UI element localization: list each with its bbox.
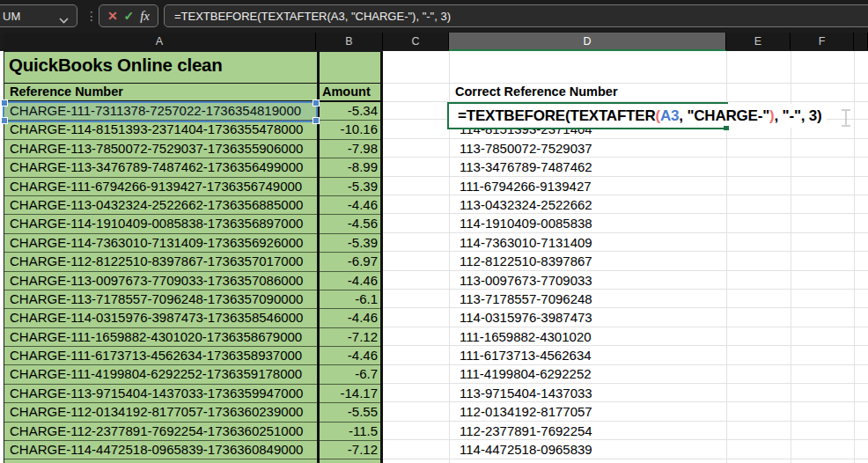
table-row[interactable]: CHARGE-113-7178557-7096248-1736357090000… xyxy=(4,290,383,309)
correct-reference-cell[interactable]: 111-1659882-4301020 xyxy=(449,327,726,346)
table-row[interactable]: CHARGE-111-1659882-4301020-1736358679000… xyxy=(4,328,383,347)
reference-number-cell[interactable]: CHARGE-112-8122510-8397867-1736357017000 xyxy=(10,253,303,270)
title-row[interactable]: QuickBooks Online clean xyxy=(4,52,383,84)
table-row[interactable]: CHARGE-114-4472518-0965839-1736360849000… xyxy=(4,441,383,459)
correct-reference-header[interactable]: Correct Reference Number xyxy=(455,83,618,102)
amount-cell[interactable]: -5.34 xyxy=(348,102,378,120)
reference-number-cell[interactable]: CHARGE-114-1910409-0085838-1736356897000 xyxy=(10,215,303,232)
table-row[interactable]: CHARGE-113-9715404-1437033-1736359947000… xyxy=(4,385,383,403)
table-row[interactable]: CHARGE-114-8151393-2371404-1736355478000… xyxy=(4,121,383,139)
column-header-b[interactable]: B xyxy=(316,33,383,50)
amount-cell[interactable]: -7.98 xyxy=(348,140,378,158)
selection-handle[interactable] xyxy=(313,117,320,124)
fill-handle[interactable] xyxy=(724,126,729,130)
reference-number-cell[interactable]: CHARGE-111-6794266-9139427-1736356749000 xyxy=(10,178,302,195)
reference-number-cell[interactable]: CHARGE-113-3476789-7487462-1736356499000 xyxy=(10,158,303,176)
referenced-cell-a3-outline[interactable] xyxy=(3,101,318,123)
reference-number-cell[interactable]: CHARGE-114-4472518-0965839-1736360849000 xyxy=(10,441,303,459)
correct-reference-cell[interactable]: 112-0134192-8177057 xyxy=(449,402,726,421)
correct-reference-cell[interactable]: 113-7850072-7529037 xyxy=(449,139,726,158)
table-right-border xyxy=(380,52,383,463)
column-header-c[interactable]: C xyxy=(383,33,449,50)
amount-cell[interactable]: -14.17 xyxy=(340,385,378,402)
reference-number-cell[interactable]: CHARGE-111-6173713-4562634-1736358937000 xyxy=(10,347,302,364)
reference-number-cell[interactable]: CHARGE-113-7850072-7529037-1736355906000 xyxy=(10,140,303,158)
column-headers: A B C D E F xyxy=(0,33,868,52)
formula-bar-chrome: UM ⋮ ✕ ✓ fx =TEXTBEFORE(TEXTAFTER(A3, "C… xyxy=(0,0,868,33)
amount-cell[interactable]: -4.46 xyxy=(348,196,378,214)
selection-handle[interactable] xyxy=(1,99,8,107)
correct-reference-cell[interactable]: 112-8122510-8397867 xyxy=(449,252,726,270)
correct-reference-cell[interactable]: 111-6794266-9139427 xyxy=(449,177,726,195)
table-row[interactable]: CHARGE-113-0432324-2522662-1736356885000… xyxy=(4,196,383,215)
reference-number-cell[interactable]: CHARGE-113-0432324-2522662-1736356885000 xyxy=(10,196,303,214)
correct-reference-cell[interactable]: 111-4199804-6292252 xyxy=(449,364,726,383)
table-row[interactable]: CHARGE-111-6173713-4562634-1736358937000… xyxy=(4,347,383,365)
amount-cell[interactable]: -7.12 xyxy=(348,441,378,459)
reference-number-cell[interactable]: CHARGE-111-1659882-4301020-1736358679000 xyxy=(10,328,302,346)
chevron-down-icon[interactable] xyxy=(59,13,69,26)
correct-reference-cell[interactable]: 113-3476789-7487462 xyxy=(449,158,726,176)
name-box[interactable]: UM xyxy=(0,4,77,27)
reference-number-cell[interactable]: CHARGE-113-9715404-1437033-1736359947000 xyxy=(10,385,303,402)
column-header-e[interactable]: E xyxy=(726,33,791,50)
amount-cell[interactable]: -6.97 xyxy=(348,253,378,270)
correct-reference-cell[interactable]: 114-4472518-0965839 xyxy=(449,440,726,459)
correct-reference-cell[interactable]: 114-7363010-7131409 xyxy=(449,233,726,252)
correct-reference-cell[interactable]: 111-6173713-4562634 xyxy=(449,346,726,364)
table-row[interactable]: CHARGE-112-2377891-7692254-1736360251000… xyxy=(4,423,383,441)
correct-reference-cell[interactable]: 114-0315976-3987473 xyxy=(449,308,726,327)
insert-function-icon[interactable]: fx xyxy=(140,9,150,24)
selection-handle[interactable] xyxy=(1,117,8,124)
reference-number-cell[interactable]: CHARGE-113-0097673-7709033-1736357086000 xyxy=(10,272,303,290)
amount-cell[interactable]: -10.16 xyxy=(340,121,378,138)
correct-reference-cell[interactable]: 113-7178557-7096248 xyxy=(449,290,726,308)
reference-number-cell[interactable]: CHARGE-114-0315976-3987473-1736358546000 xyxy=(10,309,303,327)
name-box-value: UM xyxy=(3,10,20,23)
reference-number-cell[interactable]: CHARGE-114-8151393-2371404-1736355478000 xyxy=(10,121,303,138)
amount-cell[interactable]: -8.99 xyxy=(348,158,378,176)
active-cell-editor[interactable]: =TEXTBEFORE(TEXTAFTER(A3, "CHARGE-"), "-… xyxy=(447,102,728,129)
reference-number-cell[interactable]: CHARGE-111-4199804-6292252-1736359178000 xyxy=(10,365,302,383)
overflow-dots-icon[interactable]: ⋮ xyxy=(85,9,98,23)
column-header-a[interactable]: A xyxy=(4,33,316,50)
amount-cell[interactable]: -6.1 xyxy=(355,290,378,308)
table-row[interactable]: CHARGE-112-0134192-8177057-1736360239000… xyxy=(4,403,383,422)
amount-cell[interactable]: -11.5 xyxy=(349,423,378,440)
column-header-f[interactable]: F xyxy=(791,33,854,50)
amount-cell[interactable]: -5.39 xyxy=(348,178,378,195)
correct-reference-cell[interactable]: 114-1910409-0085838 xyxy=(449,214,726,232)
table-header-row[interactable]: Reference Number Amount xyxy=(4,84,383,103)
column-header-d-active[interactable]: D xyxy=(449,33,726,51)
reference-number-cell[interactable]: CHARGE-112-2377891-7692254-1736360251000 xyxy=(10,423,303,440)
amount-cell[interactable]: -4.46 xyxy=(348,309,378,327)
confirm-icon[interactable]: ✓ xyxy=(124,9,135,23)
table-row[interactable]: CHARGE-111-4199804-6292252-1736359178000… xyxy=(4,365,383,384)
table-row[interactable]: CHARGE-114-7363010-7131409-1736356926000… xyxy=(4,234,383,253)
amount-cell[interactable]: -7.12 xyxy=(348,328,378,346)
table-row[interactable]: CHARGE-114-0315976-3987473-1736358546000… xyxy=(4,309,383,327)
correct-reference-cell[interactable]: 113-0097673-7709033 xyxy=(449,271,726,290)
correct-reference-cell[interactable]: 113-9715404-1437033 xyxy=(449,384,726,402)
amount-cell[interactable]: -5.55 xyxy=(348,403,378,421)
table-row[interactable]: CHARGE-114-1910409-0085838-1736356897000… xyxy=(4,215,383,233)
amount-cell[interactable]: -5.39 xyxy=(348,234,378,252)
table-row[interactable]: CHARGE-113-0097673-7709033-1736357086000… xyxy=(4,272,383,290)
reference-number-cell[interactable]: CHARGE-113-7178557-7096248-1736357090000 xyxy=(10,290,303,308)
amount-cell[interactable]: -4.46 xyxy=(348,347,378,364)
table-row[interactable]: CHARGE-113-3476789-7487462-1736356499000… xyxy=(4,158,383,177)
formula-buttons: ✕ ✓ fx xyxy=(99,4,158,27)
amount-cell[interactable]: -4.46 xyxy=(348,272,378,290)
amount-cell[interactable]: -4.56 xyxy=(348,215,378,232)
table-row[interactable]: CHARGE-113-7850072-7529037-1736355906000… xyxy=(4,140,383,158)
reference-number-cell[interactable]: CHARGE-114-7363010-7131409-1736356926000 xyxy=(10,234,303,252)
reference-number-cell[interactable]: CHARGE-112-0134192-8177057-1736360239000 xyxy=(10,403,303,421)
correct-reference-cell[interactable]: 112-2377891-7692254 xyxy=(449,422,726,440)
cancel-icon[interactable]: ✕ xyxy=(107,9,118,23)
table-row[interactable]: CHARGE-112-8122510-8397867-1736357017000… xyxy=(4,253,383,271)
amount-cell[interactable]: -6.7 xyxy=(355,365,378,383)
selection-handle[interactable] xyxy=(313,99,320,107)
formula-bar-input[interactable]: =TEXTBEFORE(TEXTAFTER(A3, "CHARGE-"), "-… xyxy=(164,4,868,27)
table-row[interactable]: CHARGE-111-6794266-9139427-1736356749000… xyxy=(4,178,383,196)
correct-reference-cell[interactable]: 113-0432324-2522662 xyxy=(449,195,726,214)
